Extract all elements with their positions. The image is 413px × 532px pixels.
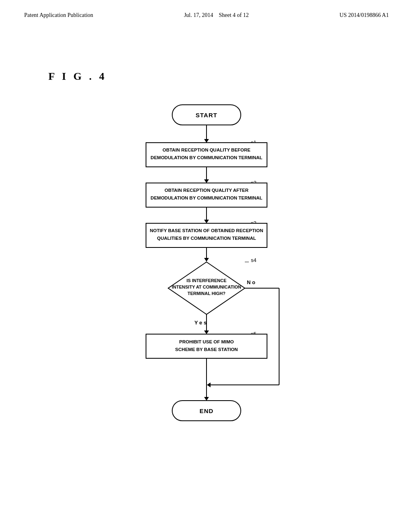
page-header: Patent Application Publication Jul. 17, … (0, 0, 413, 19)
svg-text:TERMINAL HIGH?: TERMINAL HIGH? (188, 291, 225, 296)
header-patent-number: US 2014/0198866 A1 (340, 12, 389, 19)
svg-rect-37 (146, 334, 267, 358)
svg-marker-34 (204, 330, 209, 334)
svg-marker-10 (204, 179, 209, 183)
svg-text:N o: N o (247, 279, 255, 285)
svg-marker-17 (204, 220, 209, 223)
svg-marker-24 (204, 258, 209, 262)
svg-text:START: START (196, 112, 217, 118)
header-date-sheet: Jul. 17, 2014 Sheet 4 of 12 (184, 12, 249, 19)
svg-text:OBTAIN RECEPTION QUALITY BEFOR: OBTAIN RECEPTION QUALITY BEFORE (163, 148, 250, 152)
header-publication: Patent Application Publication (24, 12, 93, 19)
flowchart-svg: START s1 OBTAIN RECEPTION QUALITY BEFORE… (106, 101, 307, 484)
svg-rect-13 (146, 183, 267, 207)
svg-text:DEMODULATION BY COMMUNICATION : DEMODULATION BY COMMUNICATION TERMINAL (150, 155, 262, 160)
svg-text:Y e s: Y e s (194, 320, 206, 326)
svg-text:QUALITIES BY COMMUNICATION TER: QUALITIES BY COMMUNICATION TERMINAL (157, 236, 256, 241)
svg-text:INTENSITY AT COMMUNICATION: INTENSITY AT COMMUNICATION (172, 285, 241, 289)
svg-text:PROHIBIT USE OF MIMO: PROHIBIT USE OF MIMO (179, 339, 234, 344)
svg-text:NOTIFY BASE STATION OF OBTAINE: NOTIFY BASE STATION OF OBTAINED RECEPTIO… (150, 228, 263, 233)
header-sheet: Sheet 4 of 12 (219, 12, 249, 18)
svg-marker-46 (204, 397, 209, 401)
svg-rect-20 (146, 223, 267, 247)
svg-text:DEMODULATION BY COMMUNICATION : DEMODULATION BY COMMUNICATION TERMINAL (150, 195, 262, 200)
svg-rect-6 (146, 143, 267, 167)
svg-text:OBTAIN RECEPTION QUALITY AFTER: OBTAIN RECEPTION QUALITY AFTER (165, 188, 249, 193)
svg-text:s4: s4 (251, 257, 257, 263)
svg-marker-3 (204, 139, 209, 143)
svg-text:END: END (200, 407, 214, 414)
svg-text:SCHEME BY BASE STATION: SCHEME BY BASE STATION (175, 347, 238, 352)
header-date: Jul. 17, 2014 (184, 12, 213, 18)
figure-label: F I G . 4 (48, 71, 107, 83)
svg-marker-43 (207, 382, 211, 387)
svg-text:IS INTERFERENCE: IS INTERFERENCE (186, 278, 226, 283)
